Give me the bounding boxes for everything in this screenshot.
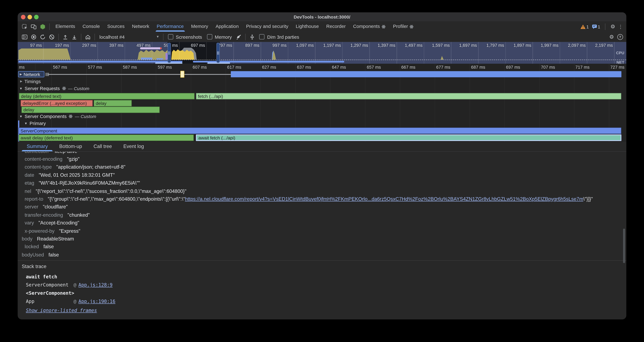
custom-track-suffix: — Custom (68, 86, 89, 91)
overview-tick-label: 2,097 ms (568, 43, 587, 48)
panel-tab[interactable]: Sources (104, 22, 128, 32)
header-row: content-type"application/json; charset=u… (25, 163, 623, 171)
warnings-indicator[interactable]: 1 (580, 24, 589, 29)
help-icon[interactable]: ? (617, 34, 623, 40)
header-row: content-encoding"gzip" (25, 155, 623, 163)
network-request-marker[interactable] (180, 71, 184, 78)
header-row: nel"{\"report_to\":\"cf-nel\",\"success_… (25, 187, 623, 195)
network-request-line (48, 74, 231, 75)
header-key: transfer-encoding (25, 212, 63, 218)
panel-tab[interactable]: Memory (188, 22, 212, 32)
details-tab[interactable]: Call tree (88, 142, 118, 151)
network-request-bar[interactable] (231, 71, 622, 77)
panel-tab-label: Console (82, 22, 100, 32)
primary-lane-header[interactable]: ▼ Primary (24, 121, 46, 126)
overview-tick-label: 1,897 ms (514, 43, 532, 48)
panel-tab[interactable]: Performance (153, 22, 187, 32)
memory-toggle[interactable]: Memory (207, 34, 232, 40)
download-profile-icon[interactable] (71, 33, 78, 41)
flame-event-bar[interactable]: fetch (.../api) (196, 93, 621, 100)
flame-event-bar[interactable]: ServerComponent (18, 127, 622, 134)
selection-right-handle[interactable] (216, 43, 220, 63)
flame-chart[interactable]: ms567 ms577 ms587 ms597 ms607 ms617 ms62… (18, 64, 626, 142)
ruler-tick-label: 597 ms (158, 65, 172, 70)
summary-scrollbar[interactable] (623, 229, 625, 263)
panel-tab[interactable]: Elements (52, 22, 79, 32)
flame-event-bar[interactable]: delay (22, 106, 160, 113)
ruler-tick-label: 687 ms (471, 65, 485, 70)
device-toolbar-icon[interactable] (30, 23, 38, 30)
ruler-tick-label: 697 ms (506, 65, 520, 70)
panel-tab-label: Application (216, 22, 239, 32)
report-url-link[interactable]: https://a.nel.cloudflare.com/report/v4?s… (185, 196, 583, 202)
overview-tick-label: 1,297 ms (350, 43, 370, 48)
panel-tab[interactable]: Recorder (322, 22, 349, 32)
source-location-link[interactable]: App.js:190:16 (78, 298, 115, 304)
dim-3rd-parties-checkbox[interactable] (260, 34, 265, 40)
clear-icon[interactable] (48, 33, 56, 41)
flame-event-bar[interactable]: await fetch (.../api) (196, 135, 621, 141)
overview-tick-label: 1,597 ms (432, 43, 451, 48)
ruler-tick-label: 627 ms (262, 65, 276, 70)
details-tab[interactable]: Event log (118, 142, 150, 151)
reload-record-icon[interactable] (39, 33, 46, 41)
title-bar[interactable]: DevTools - localhost:3000/ (18, 12, 626, 22)
details-tab[interactable]: Bottom-up (54, 142, 88, 151)
upload-profile-icon[interactable] (62, 33, 69, 41)
timings-track-header[interactable]: ▶ Timings (20, 79, 41, 84)
header-row: server"cloudflare" (25, 203, 623, 211)
node-hexagon-icon[interactable] (39, 23, 46, 30)
messages-indicator[interactable]: 1 (592, 24, 600, 29)
panel-tab[interactable]: Privacy and security (242, 22, 292, 32)
screenshots-checkbox[interactable] (168, 34, 173, 40)
flame-event-bar[interactable]: delayedError (...ayed exception) (20, 100, 93, 106)
tabbar-divider (49, 23, 50, 30)
screenshots-toggle[interactable]: Screenshots (168, 34, 202, 40)
server-components-track-header[interactable]: ▼ Server Components — Custom (19, 114, 96, 119)
ruler-tick-label: 647 ms (332, 65, 346, 70)
summary-pane[interactable]: connection"keep-alive" content-encoding"… (18, 152, 626, 260)
react-atom-icon (62, 86, 66, 90)
panel-settings-gear-icon[interactable]: ⚙ (609, 34, 614, 40)
ruler-tick-label: 707 ms (541, 65, 555, 70)
network-overview-bar (18, 61, 182, 62)
details-tab[interactable]: Summary (21, 142, 54, 151)
flame-event-bar[interactable]: delay (94, 100, 132, 106)
network-track-header[interactable]: ▶ Network (18, 71, 44, 77)
warning-icon (580, 24, 586, 29)
inspect-element-icon[interactable] (21, 23, 28, 30)
garbage-collect-icon[interactable] (235, 33, 242, 41)
panel-tab[interactable]: Profiler (389, 22, 418, 32)
header-value: "cloudflare" (43, 204, 68, 210)
flame-event-bar[interactable]: await delay (deferred text) (18, 135, 194, 141)
panel-tab[interactable]: Console (79, 22, 104, 32)
overview-gridlines (18, 42, 626, 64)
selection-left-handle[interactable] (168, 43, 171, 63)
panel-tab[interactable]: Lighthouse (292, 22, 323, 32)
history-dropdown[interactable]: localhost #4 ▼ (97, 33, 161, 41)
performance-toolbar: localhost #4 ▼ Screenshots Memory Dim 3r… (18, 32, 626, 42)
settings-gear-icon[interactable]: ⚙ (610, 24, 615, 29)
kebab-menu-icon[interactable]: ⋮ (618, 24, 623, 29)
server-requests-track-header[interactable]: ▼ Server Requests — Custom (19, 86, 89, 91)
overview-tick-label: 1,397 ms (378, 43, 397, 48)
toggle-sidebar-icon[interactable] (21, 33, 28, 41)
timeline-overview[interactable]: 97 ms197 ms297 ms397 ms497 ms597 ms697 m… (18, 42, 626, 64)
dim-3rd-parties-toggle[interactable]: Dim 3rd parties (260, 34, 299, 40)
flame-event-bar[interactable]: delay (deferred text) (19, 93, 194, 100)
collapse-tracks-icon[interactable] (249, 33, 256, 41)
panel-tab[interactable]: Application (212, 22, 242, 32)
overview-tick-label: 297 ms (82, 43, 98, 48)
panel-tab[interactable]: Network (128, 22, 153, 32)
home-icon[interactable] (84, 33, 92, 41)
show-ignore-listed-frames-link[interactable]: Show ignore-listed frames (26, 307, 97, 313)
dim-3rd-parties-label: Dim 3rd parties (267, 34, 299, 39)
network-track-label: Network (24, 72, 40, 77)
toolbar-divider (163, 34, 164, 40)
panel-tab-label: Network (132, 22, 149, 32)
record-icon[interactable] (30, 33, 38, 41)
memory-checkbox[interactable] (207, 34, 212, 40)
source-location-link[interactable]: App.js:128:9 (78, 282, 112, 288)
panel-tab[interactable]: Components (350, 22, 389, 32)
overview-tick-label: 97 ms (30, 43, 43, 48)
